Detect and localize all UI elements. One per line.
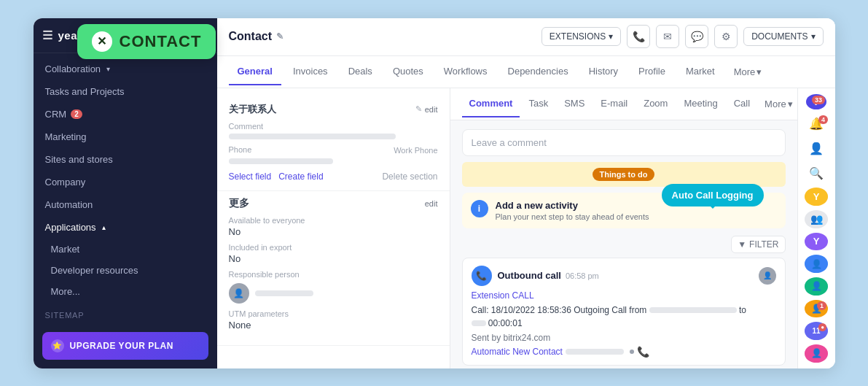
act-tab-call[interactable]: Call: [727, 90, 757, 117]
avatar-user1[interactable]: 👤: [805, 255, 828, 273]
delete-section-link[interactable]: Delete section: [382, 171, 437, 182]
email-button[interactable]: ✉: [656, 25, 679, 48]
sidebar-item-label: Developer resources: [51, 265, 138, 276]
create-field-link[interactable]: Create field: [278, 171, 323, 182]
tab-quotes[interactable]: Quotes: [384, 58, 432, 85]
filter-button[interactable]: ▼ FILTER: [731, 236, 785, 253]
phone-label: Phone: [229, 145, 252, 154]
add-activity-title: Add a new activity: [496, 200, 649, 211]
tab-general[interactable]: General: [229, 58, 281, 85]
sidebar-item-marketing[interactable]: Marketing: [34, 126, 217, 148]
activity-tabs: Comment Task SMS E-mail Zoom Meeting Cal…: [450, 88, 797, 120]
user-profile-button[interactable]: 👤: [803, 139, 829, 159]
avatar-team[interactable]: 👥: [805, 210, 828, 228]
sidebar-sub-item-market[interactable]: Market: [34, 239, 217, 260]
sidebar: ☰ yeas Collaboration ▾ Tasks and Project…: [34, 18, 217, 368]
section2-edit[interactable]: edit: [425, 199, 438, 208]
sidebar-sub-item-more[interactable]: More...: [34, 281, 217, 302]
avatar-y2[interactable]: Y: [805, 233, 828, 251]
activity-time-1: 06:58 pm: [566, 271, 599, 280]
act-tab-more[interactable]: More ▾: [759, 91, 797, 117]
sidebar-item-automation[interactable]: Automation: [34, 193, 217, 216]
sidebar-sub-item-developer[interactable]: Developer resources: [34, 260, 217, 281]
tab-workflows[interactable]: Workflows: [435, 58, 496, 85]
chevron-down-icon: ▾: [788, 99, 793, 109]
sidebar-item-label: Sites and stores: [45, 154, 113, 165]
available-value: No: [229, 226, 438, 237]
add-activity-subtitle: Plan your next step to stay ahead of eve…: [496, 212, 649, 221]
available-label: Available to everyone: [229, 216, 438, 225]
sidebar-item-applications[interactable]: Applications ▴: [34, 216, 217, 239]
user3-badge: 1: [817, 301, 826, 310]
help-button[interactable]: ? 33: [806, 94, 826, 110]
auto-call-logging-tooltip: Auto Call Logging: [662, 184, 764, 206]
tab-market[interactable]: Market: [677, 58, 724, 85]
comment-box[interactable]: Leave a comment: [462, 129, 786, 156]
avatar-user5[interactable]: 👤: [805, 344, 828, 363]
contact-badge: ✕ CONTACT: [77, 24, 216, 59]
field-actions: Select field Create field Delete section: [229, 171, 438, 182]
tab-history[interactable]: History: [580, 58, 627, 85]
upgrade-button[interactable]: ⭐ UPGRADE YOUR PLAN: [42, 332, 208, 360]
sidebar-item-tasks-projects[interactable]: Tasks and Projects: [34, 80, 217, 103]
sidebar-item-label: Marketing: [45, 131, 87, 142]
pencil-icon: ✎: [415, 104, 422, 114]
activity-new-contact-1[interactable]: Automatic New Contact: [472, 347, 563, 357]
sidebar-item-company[interactable]: Company: [34, 171, 217, 193]
chevron-down-icon: ▾: [106, 65, 110, 73]
edit-icon[interactable]: ✎: [276, 31, 284, 42]
activity-avatar-1: 👤: [759, 267, 776, 285]
sidebar-item-label: Automation: [45, 199, 93, 210]
sitemap-section: SITEMAP: [34, 302, 217, 323]
hamburger-icon[interactable]: ☰: [42, 28, 52, 42]
avatar-user4[interactable]: 11 ●: [805, 322, 828, 340]
avatar-user3[interactable]: 👤 1: [805, 300, 828, 318]
contact-dot-1: [630, 350, 634, 354]
phone-button[interactable]: 📞: [627, 25, 650, 48]
act-tab-zoom[interactable]: Zoom: [636, 90, 675, 117]
documents-button[interactable]: DOCUMENTS ▾: [743, 27, 823, 46]
add-activity-block: i Add a new activity Plan your next step…: [462, 193, 786, 228]
chevron-down-icon: ▾: [756, 66, 762, 77]
avatar-user2[interactable]: 👤: [805, 277, 828, 296]
comment-placeholder-bar: [229, 134, 396, 139]
tabs-bar: General Invoices Deals Quotes Workflows …: [217, 56, 835, 88]
utm-label: UTM parameters: [229, 309, 438, 318]
tab-profile[interactable]: Profile: [630, 58, 674, 85]
select-field-link[interactable]: Select field: [229, 171, 272, 182]
configure-menu-section[interactable]: CONFIGURE MENU: [34, 323, 217, 326]
tab-more[interactable]: More ▾: [727, 59, 770, 85]
search-button[interactable]: 🔍: [803, 163, 829, 184]
info-icon: i: [471, 200, 488, 217]
act-tab-meeting[interactable]: Meeting: [676, 90, 724, 117]
main-content: Contact ✎ EXTENSIONS ▾ 📞 ✉ 💬 ⚙ DOCUMENTS…: [217, 18, 835, 368]
tab-dependencies[interactable]: Dependencies: [499, 58, 577, 85]
chat-button[interactable]: 💬: [685, 25, 708, 48]
close-contact-icon[interactable]: ✕: [92, 31, 112, 52]
act-tab-email[interactable]: E-mail: [593, 90, 635, 117]
sidebar-item-collaboration[interactable]: Collaboration ▾: [34, 58, 217, 80]
act-tab-sms[interactable]: SMS: [557, 90, 592, 117]
chevron-down-icon: ▾: [609, 31, 613, 42]
act-tab-comment[interactable]: Comment: [462, 90, 520, 117]
notifications-button[interactable]: 🔔 4: [803, 114, 829, 134]
section1-edit[interactable]: edit: [425, 105, 438, 114]
topbar: Contact ✎ EXTENSIONS ▾ 📞 ✉ 💬 ⚙ DOCUMENTS…: [217, 18, 835, 56]
work-phone-label: Work Phone: [394, 146, 437, 155]
avatar-y[interactable]: Y: [805, 188, 828, 206]
tab-invoices[interactable]: Invoices: [284, 58, 337, 85]
extensions-button[interactable]: EXTENSIONS ▾: [541, 27, 621, 46]
tab-deals[interactable]: Deals: [340, 58, 381, 85]
sidebar-item-crm[interactable]: CRM 2: [34, 103, 217, 126]
export-value: No: [229, 253, 438, 264]
sidebar-item-sites-stores[interactable]: Sites and stores: [34, 148, 217, 171]
field-phone: Phone Work Phone: [229, 145, 438, 164]
field-available: Available to everyone No: [229, 216, 438, 237]
settings-button[interactable]: ⚙: [714, 25, 738, 48]
sidebar-item-label: Collaboration: [45, 63, 101, 74]
activity-link-1[interactable]: Extension CALL: [472, 290, 776, 301]
notifications-badge: 4: [818, 115, 828, 124]
act-tab-task[interactable]: Task: [521, 90, 555, 117]
phone-placeholder-bar: [229, 158, 334, 164]
section-more-info: 更多 edit Available to everyone No Include…: [217, 191, 450, 346]
